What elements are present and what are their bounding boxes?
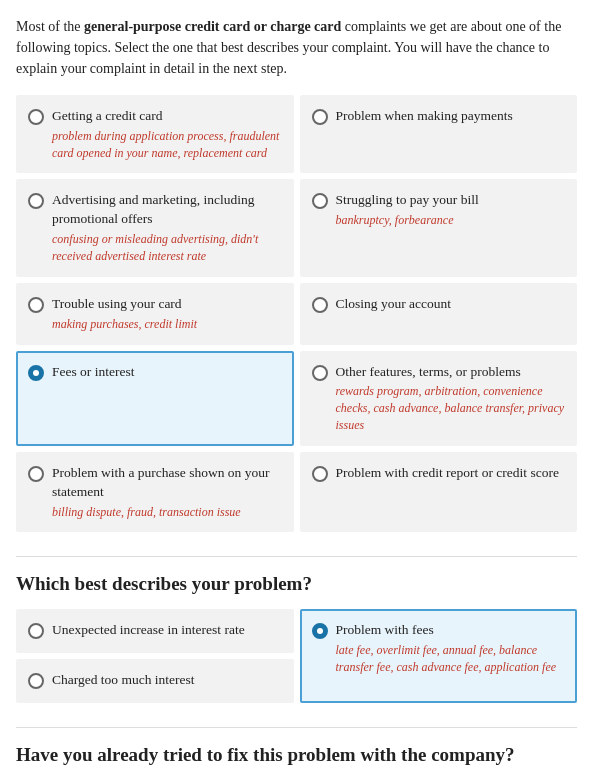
- option-unexpected-increase[interactable]: Unexpected increase in interest rate: [16, 609, 294, 653]
- option-label: Problem when making payments: [336, 108, 513, 123]
- option-problem-payments[interactable]: Problem when making payments: [300, 95, 578, 173]
- option-label: Getting a credit card: [52, 108, 163, 123]
- radio-charged-too-much: [28, 673, 44, 689]
- option-other-features[interactable]: Other features, terms, or problems rewar…: [300, 351, 578, 446]
- radio-trouble-using: [28, 297, 44, 313]
- option-getting-credit-card[interactable]: Getting a credit card problem during app…: [16, 95, 294, 173]
- option-sub: confusing or misleading advertising, did…: [52, 231, 282, 265]
- radio-unexpected-increase: [28, 623, 44, 639]
- option-problem-purchase[interactable]: Problem with a purchase shown on your st…: [16, 452, 294, 533]
- option-label: Unexpected increase in interest rate: [52, 622, 245, 637]
- radio-problem-purchase: [28, 466, 44, 482]
- option-sub: late fee, overlimit fee, annual fee, bal…: [336, 642, 566, 676]
- sub-options-grid: Unexpected increase in interest rate Pro…: [16, 609, 577, 703]
- radio-fees-interest: [28, 365, 44, 381]
- option-sub: billing dispute, fraud, transaction issu…: [52, 504, 282, 521]
- radio-getting-credit-card: [28, 109, 44, 125]
- option-label: Problem with a purchase shown on your st…: [52, 465, 269, 499]
- option-sub: problem during application process, frau…: [52, 128, 282, 162]
- option-charged-too-much[interactable]: Charged too much interest: [16, 659, 294, 703]
- section3-title: Have you already tried to fix this probl…: [16, 744, 577, 766]
- option-problem-credit-report[interactable]: Problem with credit report or credit sco…: [300, 452, 578, 533]
- option-label: Advertising and marketing, including pro…: [52, 192, 254, 226]
- main-options-grid: Getting a credit card problem during app…: [16, 95, 577, 532]
- radio-problem-credit-report: [312, 466, 328, 482]
- radio-other-features: [312, 365, 328, 381]
- radio-closing-account: [312, 297, 328, 313]
- radio-problem-payments: [312, 109, 328, 125]
- section-divider-2: [16, 727, 577, 728]
- option-label: Closing your account: [336, 296, 451, 311]
- option-label: Problem with fees: [336, 622, 434, 637]
- option-sub: making purchases, credit limit: [52, 316, 197, 333]
- option-label: Problem with credit report or credit sco…: [336, 465, 559, 480]
- option-advertising-marketing[interactable]: Advertising and marketing, including pro…: [16, 179, 294, 276]
- intro-text: Most of the general-purpose credit card …: [16, 16, 577, 79]
- section2-title: Which best describes your problem?: [16, 573, 577, 595]
- radio-struggling-pay: [312, 193, 328, 209]
- option-trouble-using[interactable]: Trouble using your card making purchases…: [16, 283, 294, 345]
- option-struggling-pay[interactable]: Struggling to pay your bill bankruptcy, …: [300, 179, 578, 276]
- option-label: Charged too much interest: [52, 672, 195, 687]
- option-sub: bankruptcy, forbearance: [336, 212, 479, 229]
- option-label: Struggling to pay your bill: [336, 192, 479, 207]
- section-divider-1: [16, 556, 577, 557]
- option-label: Trouble using your card: [52, 296, 182, 311]
- option-fees-interest[interactable]: Fees or interest: [16, 351, 294, 446]
- radio-advertising-marketing: [28, 193, 44, 209]
- radio-problem-fees: [312, 623, 328, 639]
- option-problem-fees[interactable]: Problem with fees late fee, overlimit fe…: [300, 609, 578, 703]
- option-label: Other features, terms, or problems: [336, 364, 521, 379]
- option-sub: rewards program, arbitration, convenienc…: [336, 383, 566, 433]
- option-closing-account[interactable]: Closing your account: [300, 283, 578, 345]
- option-label: Fees or interest: [52, 364, 134, 379]
